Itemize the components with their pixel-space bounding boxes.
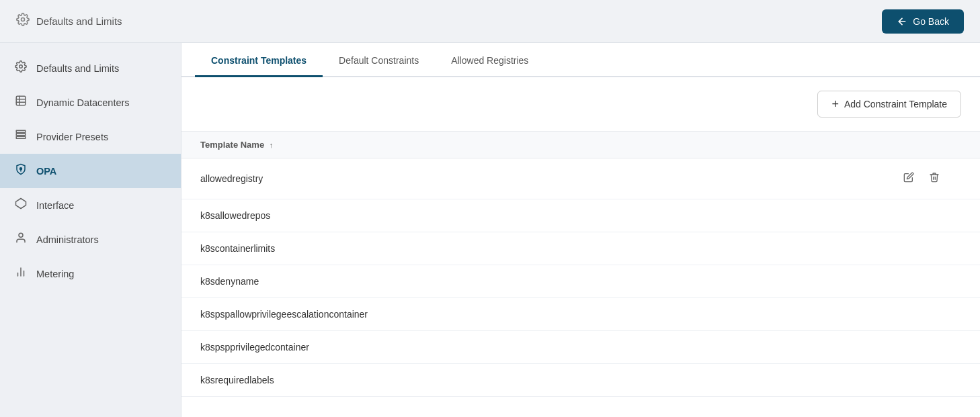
table-row: allowedregistry — [181, 158, 980, 199]
edit-button[interactable] — [901, 169, 917, 188]
sidebar-item-presets-label: Provider Presets — [36, 132, 108, 142]
delete-button[interactable] — [926, 169, 942, 188]
row-actions-cell — [882, 364, 980, 397]
main-layout: Defaults and Limits Dynamic Datacenters — [0, 43, 980, 417]
row-actions-cell — [882, 158, 980, 199]
tab-constraint-templates-label: Constraint Templates — [211, 55, 307, 66]
table-row: k8spspprivilegedcontainer — [181, 331, 980, 364]
go-back-label: Go Back — [913, 16, 949, 27]
top-bar: Defaults and Limits Go Back — [0, 0, 980, 43]
gear-icon — [13, 60, 28, 76]
diamond-icon — [13, 197, 28, 213]
plus-icon: + — [831, 98, 839, 110]
sidebar-item-datacenters-label: Dynamic Datacenters — [36, 97, 130, 108]
row-actions-cell — [882, 298, 980, 331]
tab-default-constraints-label: Default Constraints — [339, 55, 419, 66]
arrow-left-icon — [897, 16, 907, 27]
sidebar: Defaults and Limits Dynamic Datacenters — [0, 43, 181, 417]
tab-default-constraints[interactable]: Default Constraints — [323, 43, 435, 77]
sidebar-item-opa[interactable]: OPA — [0, 154, 181, 188]
row-actions-cell — [882, 265, 980, 298]
add-constraint-template-button[interactable]: + Add Constraint Template — [817, 91, 961, 118]
svg-marker-12 — [16, 199, 26, 209]
table-row: k8sallowedrepos — [181, 199, 980, 232]
sidebar-item-administrators-label: Administrators — [36, 234, 99, 245]
top-bar-title-area: Defaults and Limits — [16, 13, 122, 30]
chart-icon — [13, 266, 28, 281]
svg-point-13 — [19, 233, 23, 237]
svg-point-0 — [22, 18, 25, 21]
template-name-cell: k8srequiredlabels — [181, 364, 882, 397]
column-template-name[interactable]: Template Name ↑ — [181, 132, 882, 158]
tab-allowed-registries[interactable]: Allowed Registries — [435, 43, 544, 77]
sidebar-item-datacenters[interactable]: Dynamic Datacenters — [0, 85, 181, 120]
sidebar-item-interface-label: Interface — [36, 200, 74, 211]
sidebar-item-administrators[interactable]: Administrators — [0, 222, 181, 257]
table-row: k8sdenyname — [181, 265, 980, 298]
table-icon — [13, 95, 28, 110]
gear-icon — [16, 13, 30, 30]
shield-icon — [13, 163, 28, 179]
svg-rect-8 — [16, 134, 26, 136]
row-actions-cell — [882, 199, 980, 232]
sidebar-item-opa-label: OPA — [36, 166, 56, 177]
content-area: Constraint Templates Default Constraints… — [181, 43, 980, 417]
svg-rect-9 — [16, 136, 26, 138]
tab-bar: Constraint Templates Default Constraints… — [181, 43, 980, 77]
row-actions-cell — [882, 232, 980, 265]
go-back-button[interactable]: Go Back — [882, 9, 964, 34]
table-row: k8srequiredlabels — [181, 364, 980, 397]
row-actions-cell — [882, 331, 980, 364]
constraint-templates-table: Template Name ↑ allowedregistryk8sallowe… — [181, 131, 980, 397]
template-name-cell: k8sallowedrepos — [181, 199, 882, 232]
template-name-cell: allowedregistry — [181, 158, 882, 199]
svg-rect-7 — [16, 130, 26, 132]
svg-rect-3 — [16, 96, 26, 105]
sidebar-item-metering[interactable]: Metering — [0, 257, 181, 291]
template-name-cell: k8scontainerlimits — [181, 232, 882, 265]
sidebar-item-interface[interactable]: Interface — [0, 188, 181, 222]
tab-allowed-registries-label: Allowed Registries — [451, 55, 528, 66]
add-btn-row: + Add Constraint Template — [181, 77, 980, 131]
topbar-title: Defaults and Limits — [36, 15, 122, 27]
table-row: k8spspallowprivilegeescalationcontainer — [181, 298, 980, 331]
person-icon — [13, 232, 28, 247]
column-template-name-label: Template Name — [200, 140, 264, 150]
sidebar-item-defaults[interactable]: Defaults and Limits — [0, 51, 181, 85]
template-name-cell: k8spspallowprivilegeescalationcontainer — [181, 298, 882, 331]
svg-point-2 — [19, 65, 23, 68]
sidebar-item-defaults-label: Defaults and Limits — [36, 63, 119, 74]
tab-constraint-templates[interactable]: Constraint Templates — [195, 43, 323, 77]
template-name-cell: k8sdenyname — [181, 265, 882, 298]
list-icon — [13, 129, 28, 144]
template-name-cell: k8spspprivilegedcontainer — [181, 331, 882, 364]
table-row: k8scontainerlimits — [181, 232, 980, 265]
row-actions — [901, 169, 961, 188]
sidebar-item-metering-label: Metering — [36, 269, 74, 279]
sidebar-item-presets[interactable]: Provider Presets — [0, 120, 181, 154]
add-constraint-template-label: Add Constraint Template — [844, 99, 947, 109]
sort-asc-icon: ↑ — [270, 141, 274, 149]
table-area: + Add Constraint Template Template Name … — [181, 77, 980, 417]
table-header-row: Template Name ↑ — [181, 132, 980, 158]
